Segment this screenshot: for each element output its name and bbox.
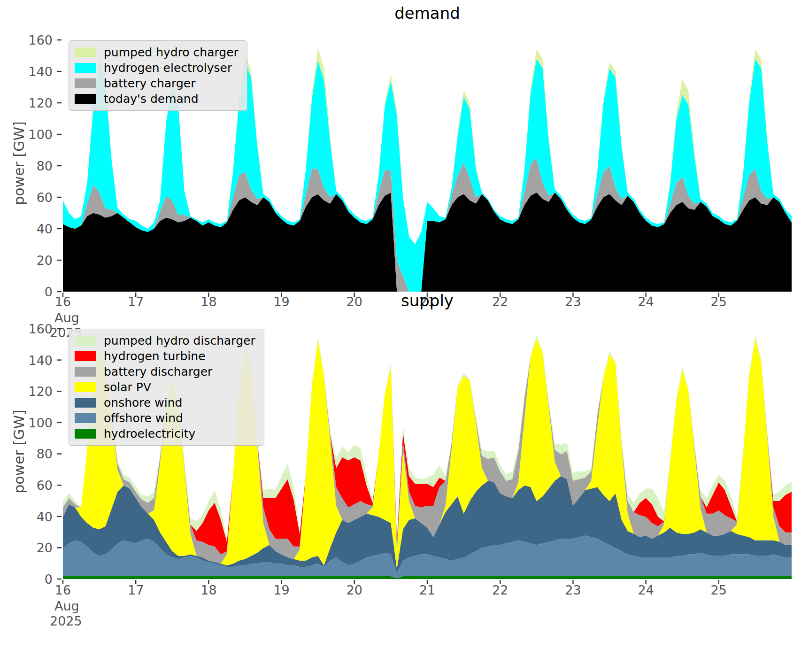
legend-swatch-pumped-hydro-charger [75, 47, 96, 57]
legend-label: hydrogen electrolyser [104, 61, 232, 75]
x-tick-label: 16 [55, 583, 71, 597]
y-tick-label: 160 [28, 33, 53, 47]
x-tick-label: 17 [128, 583, 144, 597]
legend-swatch-offshore-wind [75, 413, 96, 423]
x-tick-label: 18 [200, 583, 216, 597]
legend-item-today-s-demand: today's demand [75, 91, 239, 107]
legend-item-battery-charger: battery charger [75, 76, 239, 91]
y-tick-label: 140 [28, 353, 53, 368]
legend-label: today's demand [104, 92, 199, 106]
legend-label: hydrogen turbine [104, 349, 206, 363]
x-tick-label: 25 [711, 583, 727, 597]
y-tick-label: 40 [37, 222, 53, 236]
y-tick-label: 80 [37, 159, 53, 173]
legend-swatch-solar-pv [75, 382, 96, 392]
supply-area-hydroelectricity [63, 576, 792, 579]
y-tick-label: 0 [45, 285, 53, 299]
figure: 0204060801001201401601617181920212223242… [0, 0, 801, 672]
legend-item-battery-discharger: battery discharger [75, 364, 255, 379]
x-tick-label: 22 [492, 583, 508, 597]
x-axis-month-label: Aug [54, 599, 79, 613]
supply-legend: pumped hydro dischargerhydrogen turbineb… [69, 329, 264, 446]
legend-label: offshore wind [104, 411, 183, 425]
legend-item-onshore-wind: onshore wind [75, 395, 255, 410]
legend-swatch-pumped-hydro-discharger [75, 336, 96, 346]
y-tick-label: 120 [28, 384, 53, 399]
legend-item-hydrogen-turbine: hydrogen turbine [75, 348, 255, 364]
legend-swatch-onshore-wind [75, 398, 96, 408]
supply-y-axis-label: power [GW] [11, 381, 27, 522]
y-tick-label: 120 [28, 96, 53, 110]
supply-chart-title: supply [63, 291, 792, 310]
legend-label: battery discharger [104, 365, 212, 378]
legend-item-pumped-hydro-charger: pumped hydro charger [75, 45, 239, 60]
legend-label: hydroelectricity [104, 427, 195, 440]
legend-item-solar-pv: solar PV [75, 379, 255, 395]
legend-label: pumped hydro discharger [104, 334, 255, 348]
y-tick-label: 40 [37, 510, 53, 524]
legend-swatch-hydrogen-electrolyser [75, 63, 96, 73]
legend-label: pumped hydro charger [104, 46, 239, 59]
demand-y-axis-label: power [GW] [11, 93, 27, 234]
y-tick-label: 60 [37, 478, 53, 493]
x-tick-label: 21 [419, 583, 435, 597]
legend-swatch-hydroelectricity [75, 429, 96, 439]
demand-legend: pumped hydro chargerhydrogen electrolyse… [69, 40, 247, 111]
y-tick-label: 20 [37, 541, 53, 555]
legend-label: battery charger [104, 77, 195, 90]
y-tick-label: 60 [37, 190, 53, 205]
y-tick-label: 140 [28, 64, 53, 79]
y-tick-label: 0 [45, 572, 53, 587]
x-axis-year-label: 2025 [50, 614, 82, 628]
x-tick-label: 19 [273, 583, 289, 597]
y-tick-label: 80 [37, 447, 53, 461]
legend-item-hydroelectricity: hydroelectricity [75, 426, 255, 441]
legend-swatch-today-s-demand [75, 94, 96, 104]
demand-chart-title: demand [63, 4, 792, 23]
legend-item-hydrogen-electrolyser: hydrogen electrolyser [75, 60, 239, 76]
y-tick-label: 100 [28, 127, 53, 142]
legend-label: solar PV [104, 380, 151, 394]
x-axis-month-label: Aug [54, 310, 79, 325]
x-tick-label: 23 [565, 583, 581, 597]
x-tick-label: 24 [638, 583, 654, 597]
x-tick-label: 20 [347, 583, 362, 597]
legend-swatch-battery-charger [75, 78, 96, 88]
legend-item-offshore-wind: offshore wind [75, 410, 255, 426]
y-tick-label: 160 [28, 322, 53, 336]
y-tick-label: 20 [37, 253, 53, 268]
legend-item-pumped-hydro-discharger: pumped hydro discharger [75, 333, 255, 348]
legend-swatch-battery-discharger [75, 367, 96, 377]
legend-label: onshore wind [104, 396, 182, 409]
y-tick-label: 100 [28, 416, 53, 430]
legend-swatch-hydrogen-turbine [75, 351, 96, 361]
